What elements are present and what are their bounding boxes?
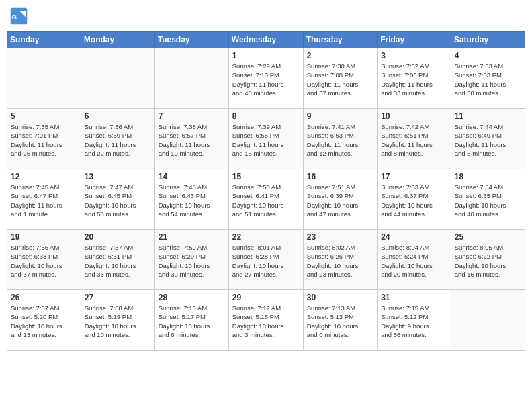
day-info: Sunrise: 7:44 AM Sunset: 6:49 PM Dayligh… bbox=[455, 122, 521, 158]
day-info: Sunrise: 7:15 AM Sunset: 5:12 PM Dayligh… bbox=[381, 304, 447, 339]
calendar-cell: 16Sunrise: 7:51 AM Sunset: 6:39 PM Dayli… bbox=[303, 169, 377, 230]
calendar-cell: 7Sunrise: 7:38 AM Sunset: 6:57 PM Daylig… bbox=[154, 109, 228, 169]
logo: G bbox=[9, 7, 31, 26]
day-number: 24 bbox=[381, 232, 447, 242]
calendar-cell: 29Sunrise: 7:12 AM Sunset: 5:15 PM Dayli… bbox=[228, 290, 303, 351]
weekday-header: Saturday bbox=[451, 32, 525, 48]
day-number: 11 bbox=[455, 111, 521, 121]
calendar-cell bbox=[154, 48, 228, 109]
day-info: Sunrise: 7:47 AM Sunset: 6:45 PM Dayligh… bbox=[85, 183, 151, 218]
calendar-cell: 28Sunrise: 7:10 AM Sunset: 5:17 PM Dayli… bbox=[154, 290, 228, 351]
day-info: Sunrise: 7:08 AM Sunset: 5:19 PM Dayligh… bbox=[85, 304, 151, 339]
calendar-cell: 12Sunrise: 7:45 AM Sunset: 6:47 PM Dayli… bbox=[7, 169, 81, 230]
calendar-cell bbox=[81, 48, 154, 109]
calendar-week-row: 5Sunrise: 7:35 AM Sunset: 7:01 PM Daylig… bbox=[7, 109, 525, 169]
day-number: 5 bbox=[11, 111, 77, 121]
calendar-cell: 26Sunrise: 7:07 AM Sunset: 5:20 PM Dayli… bbox=[7, 290, 81, 351]
day-info: Sunrise: 7:56 AM Sunset: 6:33 PM Dayligh… bbox=[11, 243, 77, 279]
calendar-cell bbox=[7, 48, 81, 109]
day-info: Sunrise: 8:02 AM Sunset: 6:26 PM Dayligh… bbox=[307, 243, 373, 279]
day-info: Sunrise: 7:32 AM Sunset: 7:06 PM Dayligh… bbox=[381, 62, 447, 97]
calendar-cell: 27Sunrise: 7:08 AM Sunset: 5:19 PM Dayli… bbox=[81, 290, 154, 351]
calendar-cell bbox=[451, 290, 525, 351]
calendar-cell: 17Sunrise: 7:53 AM Sunset: 6:37 PM Dayli… bbox=[378, 169, 451, 230]
day-number: 31 bbox=[381, 293, 447, 302]
calendar-header-row: SundayMondayTuesdayWednesdayThursdayFrid… bbox=[7, 32, 525, 48]
day-info: Sunrise: 7:59 AM Sunset: 6:29 PM Dayligh… bbox=[159, 243, 225, 279]
day-info: Sunrise: 7:30 AM Sunset: 7:08 PM Dayligh… bbox=[307, 62, 373, 97]
calendar-cell: 30Sunrise: 7:13 AM Sunset: 5:13 PM Dayli… bbox=[303, 290, 377, 351]
day-info: Sunrise: 8:04 AM Sunset: 6:24 PM Dayligh… bbox=[381, 243, 447, 279]
day-number: 1 bbox=[232, 51, 300, 60]
day-info: Sunrise: 7:38 AM Sunset: 6:57 PM Dayligh… bbox=[159, 122, 225, 158]
calendar-cell: 23Sunrise: 8:02 AM Sunset: 6:26 PM Dayli… bbox=[303, 230, 377, 290]
svg-text:G: G bbox=[12, 13, 17, 21]
day-info: Sunrise: 7:10 AM Sunset: 5:17 PM Dayligh… bbox=[159, 304, 225, 339]
day-info: Sunrise: 7:53 AM Sunset: 6:37 PM Dayligh… bbox=[381, 183, 447, 218]
day-info: Sunrise: 7:51 AM Sunset: 6:39 PM Dayligh… bbox=[307, 183, 373, 218]
day-info: Sunrise: 7:12 AM Sunset: 5:15 PM Dayligh… bbox=[232, 304, 300, 339]
calendar-cell: 9Sunrise: 7:41 AM Sunset: 6:53 PM Daylig… bbox=[303, 109, 377, 169]
day-info: Sunrise: 8:01 AM Sunset: 6:28 PM Dayligh… bbox=[232, 243, 300, 279]
day-number: 30 bbox=[307, 293, 373, 302]
day-number: 13 bbox=[85, 172, 151, 181]
day-number: 6 bbox=[85, 111, 151, 121]
calendar-cell: 18Sunrise: 7:54 AM Sunset: 6:35 PM Dayli… bbox=[451, 169, 525, 230]
day-info: Sunrise: 7:45 AM Sunset: 6:47 PM Dayligh… bbox=[11, 183, 77, 218]
day-number: 10 bbox=[381, 111, 447, 121]
calendar-cell: 6Sunrise: 7:36 AM Sunset: 6:59 PM Daylig… bbox=[81, 109, 154, 169]
day-info: Sunrise: 7:41 AM Sunset: 6:53 PM Dayligh… bbox=[307, 122, 373, 158]
weekday-header: Tuesday bbox=[154, 32, 228, 48]
weekday-header: Thursday bbox=[303, 32, 377, 48]
day-number: 25 bbox=[455, 232, 521, 242]
day-number: 4 bbox=[455, 51, 521, 60]
weekday-header: Monday bbox=[81, 32, 154, 48]
calendar-week-row: 1Sunrise: 7:29 AM Sunset: 7:10 PM Daylig… bbox=[7, 48, 525, 109]
calendar-cell: 21Sunrise: 7:59 AM Sunset: 6:29 PM Dayli… bbox=[154, 230, 228, 290]
day-number: 14 bbox=[159, 172, 225, 181]
calendar-cell: 8Sunrise: 7:39 AM Sunset: 6:55 PM Daylig… bbox=[228, 109, 303, 169]
calendar-cell: 5Sunrise: 7:35 AM Sunset: 7:01 PM Daylig… bbox=[7, 109, 81, 169]
day-info: Sunrise: 7:36 AM Sunset: 6:59 PM Dayligh… bbox=[85, 122, 151, 158]
day-info: Sunrise: 7:50 AM Sunset: 6:41 PM Dayligh… bbox=[232, 183, 300, 218]
day-number: 29 bbox=[232, 293, 300, 302]
day-number: 21 bbox=[159, 232, 225, 242]
day-info: Sunrise: 7:54 AM Sunset: 6:35 PM Dayligh… bbox=[455, 183, 521, 218]
calendar-cell: 25Sunrise: 8:05 AM Sunset: 6:22 PM Dayli… bbox=[451, 230, 525, 290]
calendar-cell: 3Sunrise: 7:32 AM Sunset: 7:06 PM Daylig… bbox=[378, 48, 451, 109]
calendar-cell: 14Sunrise: 7:48 AM Sunset: 6:43 PM Dayli… bbox=[154, 169, 228, 230]
page-header: G bbox=[7, 7, 525, 26]
day-number: 15 bbox=[232, 172, 300, 181]
calendar-cell: 31Sunrise: 7:15 AM Sunset: 5:12 PM Dayli… bbox=[378, 290, 451, 351]
logo-icon: G bbox=[9, 7, 28, 26]
day-number: 28 bbox=[159, 293, 225, 302]
day-info: Sunrise: 7:35 AM Sunset: 7:01 PM Dayligh… bbox=[11, 122, 77, 158]
calendar-cell: 24Sunrise: 8:04 AM Sunset: 6:24 PM Dayli… bbox=[378, 230, 451, 290]
calendar-cell: 1Sunrise: 7:29 AM Sunset: 7:10 PM Daylig… bbox=[228, 48, 303, 109]
day-info: Sunrise: 8:05 AM Sunset: 6:22 PM Dayligh… bbox=[455, 243, 521, 279]
day-number: 19 bbox=[11, 232, 77, 242]
calendar-week-row: 19Sunrise: 7:56 AM Sunset: 6:33 PM Dayli… bbox=[7, 230, 525, 290]
calendar-cell: 20Sunrise: 7:57 AM Sunset: 6:31 PM Dayli… bbox=[81, 230, 154, 290]
weekday-header: Sunday bbox=[7, 32, 81, 48]
calendar-week-row: 12Sunrise: 7:45 AM Sunset: 6:47 PM Dayli… bbox=[7, 169, 525, 230]
day-number: 2 bbox=[307, 51, 373, 60]
calendar-cell: 11Sunrise: 7:44 AM Sunset: 6:49 PM Dayli… bbox=[451, 109, 525, 169]
calendar-cell: 4Sunrise: 7:33 AM Sunset: 7:03 PM Daylig… bbox=[451, 48, 525, 109]
calendar-cell: 22Sunrise: 8:01 AM Sunset: 6:28 PM Dayli… bbox=[228, 230, 303, 290]
day-number: 18 bbox=[455, 172, 521, 181]
calendar-table: SundayMondayTuesdayWednesdayThursdayFrid… bbox=[7, 31, 525, 351]
day-number: 22 bbox=[232, 232, 300, 242]
weekday-header: Friday bbox=[378, 32, 451, 48]
day-info: Sunrise: 7:33 AM Sunset: 7:03 PM Dayligh… bbox=[455, 62, 521, 97]
day-number: 7 bbox=[159, 111, 225, 121]
day-info: Sunrise: 7:39 AM Sunset: 6:55 PM Dayligh… bbox=[232, 122, 300, 158]
calendar-week-row: 26Sunrise: 7:07 AM Sunset: 5:20 PM Dayli… bbox=[7, 290, 525, 351]
day-number: 16 bbox=[307, 172, 373, 181]
day-info: Sunrise: 7:29 AM Sunset: 7:10 PM Dayligh… bbox=[232, 62, 300, 97]
day-info: Sunrise: 7:13 AM Sunset: 5:13 PM Dayligh… bbox=[307, 304, 373, 339]
day-info: Sunrise: 7:48 AM Sunset: 6:43 PM Dayligh… bbox=[159, 183, 225, 218]
day-number: 8 bbox=[232, 111, 300, 121]
day-number: 17 bbox=[381, 172, 447, 181]
calendar-cell: 19Sunrise: 7:56 AM Sunset: 6:33 PM Dayli… bbox=[7, 230, 81, 290]
